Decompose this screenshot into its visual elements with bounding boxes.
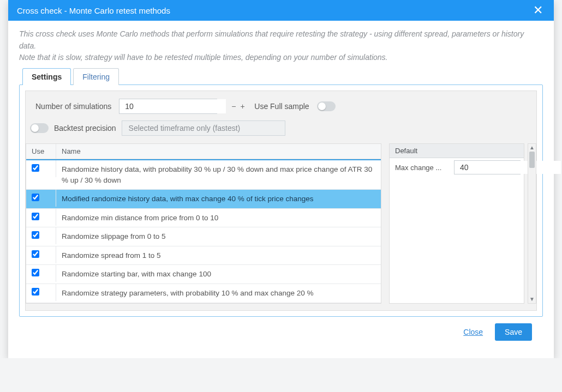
intro-line-1: This cross check uses Monte Carlo method…	[19, 28, 543, 52]
titlebar: Cross check - Monte Carlo retest methods…	[8, 0, 554, 21]
num-simulations-stepper[interactable]: − +	[119, 99, 217, 114]
method-name: Randomize slippage from 0 to 5	[56, 227, 381, 246]
method-name: Randomize starting bar, with max change …	[56, 265, 381, 284]
intro-text: This cross check uses Monte Carlo method…	[19, 28, 543, 64]
dialog-title: Cross check - Monte Carlo retest methods	[17, 6, 531, 15]
scrollbar-thumb[interactable]	[529, 152, 535, 168]
tab-filtering[interactable]: Filtering	[73, 68, 119, 85]
col-use: Use	[26, 144, 56, 159]
close-icon[interactable]: ✕	[531, 4, 545, 16]
method-name: Randomize strategy parameters, with prob…	[56, 284, 381, 303]
dialog: Cross check - Monte Carlo retest methods…	[8, 0, 554, 358]
method-name: Randomize min distance from price from 0…	[56, 209, 381, 227]
table-row[interactable]: Randomize history data, with probability…	[26, 159, 381, 190]
params-panel: Default Max change ...−+	[389, 143, 524, 304]
table-row[interactable]: Randomize min distance from price from 0…	[26, 209, 381, 228]
use-checkbox[interactable]	[32, 288, 39, 295]
col-name: Name	[56, 144, 381, 159]
table-row[interactable]: Randomize strategy parameters, with prob…	[26, 284, 381, 303]
use-full-sample-toggle[interactable]	[317, 101, 336, 111]
method-name: Randomize history data, with probability…	[56, 160, 381, 189]
save-button[interactable]: Save	[495, 323, 532, 341]
close-button[interactable]: Close	[462, 325, 484, 339]
use-checkbox[interactable]	[32, 213, 39, 220]
param-input[interactable]	[455, 161, 561, 174]
chevron-down-icon[interactable]: ▼	[528, 296, 536, 303]
minus-icon[interactable]: −	[230, 102, 237, 110]
backtest-precision-label: Backtest precision	[54, 124, 116, 132]
table-row[interactable]: Randomize slippage from 0 to 5	[26, 227, 381, 246]
param-row: Max change ...−+	[390, 158, 524, 177]
table-row[interactable]: Randomize spread from 1 to 5	[26, 246, 381, 266]
plus-icon[interactable]: +	[239, 102, 246, 110]
use-checkbox[interactable]	[32, 194, 39, 201]
num-simulations-input[interactable]	[119, 99, 226, 113]
tab-panel: Number of simulations − + Use Full sampl…	[19, 85, 543, 317]
method-name: Modified randomize history data, with ma…	[56, 190, 381, 208]
table-row[interactable]: Modified randomize history data, with ma…	[26, 190, 381, 209]
param-stepper[interactable]: −+	[454, 160, 521, 174]
table-row[interactable]: Randomize starting bar, with max change …	[26, 265, 381, 284]
param-label: Max change ...	[395, 164, 450, 172]
methods-table: Use Name Randomize history data, with pr…	[26, 143, 381, 304]
tabs: Settings Filtering	[19, 68, 543, 85]
use-checkbox[interactable]	[32, 231, 39, 239]
backtest-precision-toggle[interactable]	[30, 123, 49, 133]
settings-panel: Number of simulations − + Use Full sampl…	[25, 91, 537, 311]
chevron-up-icon[interactable]: ▲	[528, 144, 536, 151]
params-header: Default	[390, 144, 524, 158]
backtest-precision-value: Selected timeframe only (fastest)	[129, 124, 241, 132]
method-name: Randomize spread from 1 to 5	[56, 246, 381, 265]
use-checkbox[interactable]	[32, 164, 39, 172]
params-scrollbar[interactable]: ▲ ▼	[528, 143, 536, 304]
tab-settings[interactable]: Settings	[22, 68, 71, 85]
backtest-precision-select[interactable]: Selected timeframe only (fastest)	[122, 120, 285, 136]
intro-line-2: Note that it is slow, strategy will have…	[19, 52, 543, 64]
num-simulations-label: Number of simulations	[35, 102, 111, 111]
use-checkbox[interactable]	[32, 269, 39, 276]
use-full-sample-label: Use Full sample	[254, 102, 309, 111]
use-checkbox[interactable]	[32, 250, 39, 258]
